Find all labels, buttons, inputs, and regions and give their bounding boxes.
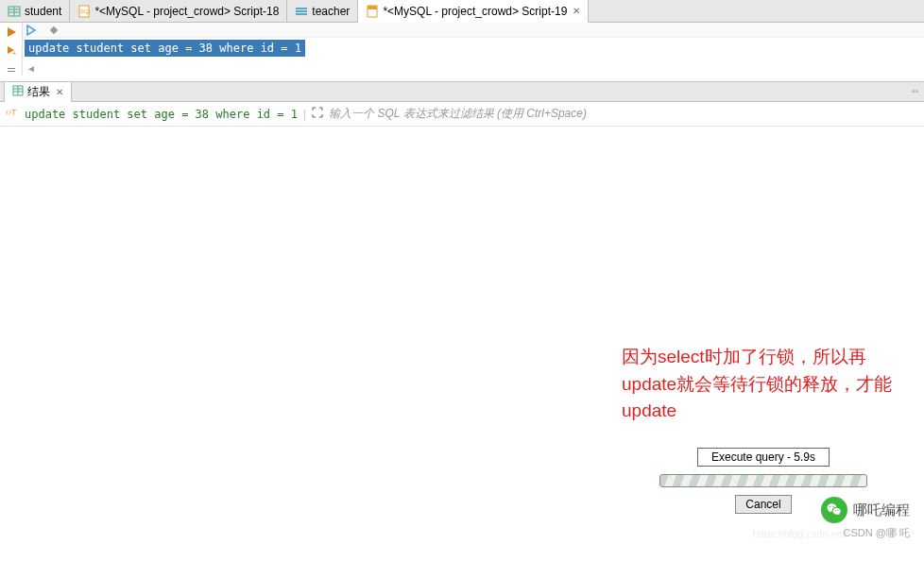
collapse-icon[interactable] <box>5 64 18 76</box>
svg-rect-7 <box>296 10 307 12</box>
tab-bar: student SQL *<MySQL - project_crowd> Scr… <box>0 0 924 23</box>
filter-input[interactable]: 输入一个 SQL 表达式来过滤结果 (使用 Ctrl+Space) <box>329 106 918 122</box>
sql-active-icon <box>366 5 379 18</box>
results-tab[interactable]: 结果 ✕ <box>4 81 72 102</box>
watermark-attrib: CSDN @哪 吒 <box>844 526 910 540</box>
sql-icon: SQL <box>77 5 91 18</box>
tab-label: *<MySQL - project_crowd> Script-19 <box>383 5 567 18</box>
sql-statement[interactable]: update student set age = 38 where id = 1 <box>25 40 305 57</box>
results-panel: 因为select时加了行锁，所以再update就会等待行锁的释放，才能updat… <box>0 127 924 552</box>
annotation-text: 因为select时加了行锁，所以再update就会等待行锁的释放，才能updat… <box>622 344 896 425</box>
svg-marker-11 <box>8 27 16 37</box>
svg-text:‹›T: ‹›T <box>6 108 17 117</box>
results-tabbar: 结果 ✕ ▫▫ <box>0 81 924 102</box>
svg-rect-15 <box>8 71 15 72</box>
query-text: update student set age = 38 where id = 1 <box>25 108 298 121</box>
progress-bar <box>659 474 867 487</box>
editor-ruler <box>23 23 924 38</box>
table-icon <box>8 5 21 18</box>
sql-editor: + update student set age = 38 where id =… <box>0 23 924 76</box>
watermark-url: https://blog.csdn.net/ <box>752 528 848 539</box>
close-icon[interactable]: ✕ <box>573 6 580 16</box>
svg-rect-8 <box>296 13 307 15</box>
view-icon <box>295 5 308 18</box>
svg-marker-16 <box>27 26 35 35</box>
cancel-button[interactable]: Cancel <box>735 495 791 514</box>
grid-icon <box>12 85 24 99</box>
run-icon[interactable] <box>5 26 18 38</box>
expand-icon[interactable] <box>312 107 323 121</box>
tab-label: *<MySQL - project_crowd> Script-18 <box>94 5 279 18</box>
run-plus-icon[interactable]: + <box>5 45 18 57</box>
tab-teacher[interactable]: teacher <box>287 0 358 22</box>
editor-content[interactable]: update student set age = 38 where id = 1… <box>23 23 924 76</box>
query-info-bar: ‹›T update student set age = 38 where id… <box>0 102 924 127</box>
watermark-brand: 哪吒编程 <box>853 502 910 519</box>
close-icon[interactable]: ✕ <box>56 87 63 97</box>
svg-text:SQL: SQL <box>80 8 91 14</box>
tab-label: teacher <box>312 5 350 18</box>
scroll-left-icon[interactable]: ◄ <box>26 63 36 74</box>
svg-rect-6 <box>296 8 307 9</box>
tab-script-18[interactable]: SQL *<MySQL - project_crowd> Script-18 <box>70 0 287 22</box>
svg-rect-10 <box>368 6 377 9</box>
tab-student[interactable]: student <box>0 0 70 22</box>
tab-script-19[interactable]: *<MySQL - project_crowd> Script-19 ✕ <box>358 0 589 23</box>
svg-text:+: + <box>12 50 16 57</box>
sql-tag-icon: ‹›T <box>6 106 19 122</box>
svg-rect-14 <box>8 68 15 69</box>
progress-label: Execute query - 5.9s <box>697 448 830 467</box>
editor-gutter: + <box>0 23 23 76</box>
tab-label: student <box>25 5 61 18</box>
cursor-icon <box>25 24 38 37</box>
maximize-icon[interactable]: ▫▫ <box>912 86 918 96</box>
wechat-icon <box>821 497 847 523</box>
results-tab-label: 结果 <box>27 84 50 100</box>
watermark-logo: 哪吒编程 <box>821 497 910 523</box>
divider: | <box>303 108 306 121</box>
